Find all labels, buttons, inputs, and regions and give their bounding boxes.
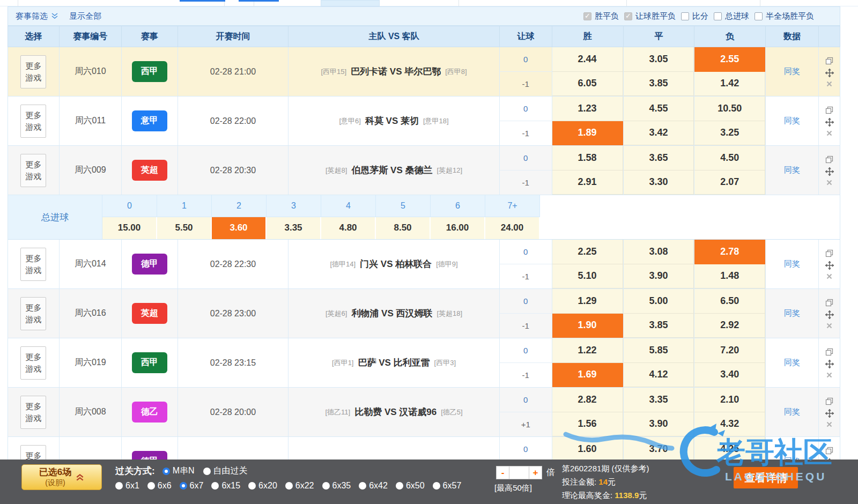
odds-cell[interactable]: 4.55 xyxy=(624,97,694,121)
odds-cell[interactable]: 4.12 xyxy=(624,363,694,388)
close-icon[interactable] xyxy=(826,180,832,186)
filter-checkbox-让球胜平负[interactable]: 让球胜平负 xyxy=(624,11,676,21)
plus-button[interactable]: + xyxy=(529,466,542,479)
checkbox-icon[interactable] xyxy=(714,12,722,20)
odds-cell[interactable]: 4.32 xyxy=(694,412,765,437)
odds-cell[interactable]: 4.50 xyxy=(694,146,765,171)
odds-cell[interactable]: 2.10 xyxy=(694,388,765,412)
radio-icon[interactable] xyxy=(248,482,256,490)
duplicate-icon[interactable] xyxy=(825,299,833,307)
same-prize-link[interactable]: 同奖 xyxy=(784,308,800,318)
duplicate-icon[interactable] xyxy=(825,249,833,257)
odds-cell[interactable]: 5.10 xyxy=(552,264,623,289)
radio-icon[interactable] xyxy=(180,482,187,490)
odds-cell[interactable]: 1.58 xyxy=(552,146,623,171)
same-prize-link[interactable]: 同奖 xyxy=(784,116,800,126)
odds-cell[interactable]: 4.25 xyxy=(694,437,765,462)
goal-odds-cell[interactable]: 3.60 xyxy=(212,217,267,239)
radio-icon[interactable] xyxy=(396,482,403,490)
odds-cell[interactable]: 3.65 xyxy=(624,146,694,171)
checkbox-icon[interactable] xyxy=(624,12,632,20)
active-tab-partial[interactable] xyxy=(321,0,380,6)
radio-icon[interactable] xyxy=(147,482,155,490)
combo-6x35[interactable]: 6x35 xyxy=(322,481,351,491)
radio-icon[interactable] xyxy=(285,482,293,490)
goal-odds-cell[interactable]: 4.80 xyxy=(321,217,376,239)
same-prize-link[interactable]: 同奖 xyxy=(784,66,800,77)
odds-cell[interactable]: 3.30 xyxy=(624,171,694,195)
checkbox-icon[interactable] xyxy=(755,12,763,20)
odds-cell[interactable]: 1.60 xyxy=(552,437,623,462)
pass-mode-自由过关[interactable]: 自由过关 xyxy=(203,465,248,477)
radio-icon[interactable] xyxy=(322,482,330,490)
odds-cell[interactable]: 3.70 xyxy=(624,437,694,462)
odds-cell[interactable]: 3.05 xyxy=(624,47,694,72)
goal-odds-cell[interactable]: 8.50 xyxy=(376,217,431,239)
duplicate-icon[interactable] xyxy=(825,397,833,405)
odds-cell[interactable]: 6.05 xyxy=(552,72,623,97)
duplicate-icon[interactable] xyxy=(825,106,833,114)
duplicate-icon[interactable] xyxy=(825,57,833,65)
odds-cell[interactable]: 3.42 xyxy=(624,121,694,146)
move-icon[interactable] xyxy=(825,69,834,77)
filter-checkbox-胜平负[interactable]: 胜平负 xyxy=(583,11,619,21)
more-games-button[interactable]: 更多游戏 xyxy=(20,154,46,187)
odds-cell[interactable]: 1.48 xyxy=(694,264,765,289)
move-icon[interactable] xyxy=(825,118,834,127)
filter-checkbox-总进球[interactable]: 总进球 xyxy=(714,11,749,21)
more-games-button[interactable]: 更多游戏 xyxy=(20,297,46,330)
more-games-button[interactable]: 更多游戏 xyxy=(20,55,46,88)
odds-cell[interactable]: 3.25 xyxy=(694,121,765,146)
odds-cell[interactable]: 1.23 xyxy=(552,97,623,121)
close-icon[interactable] xyxy=(826,81,832,87)
checkbox-icon[interactable] xyxy=(583,12,591,20)
odds-cell[interactable]: 6.50 xyxy=(694,289,765,314)
radio-icon[interactable] xyxy=(203,468,211,475)
move-icon[interactable] xyxy=(825,409,834,418)
odds-cell[interactable]: 3.85 xyxy=(624,314,694,338)
odds-cell[interactable]: 5.85 xyxy=(624,338,694,363)
odds-cell[interactable]: 2.44 xyxy=(552,47,623,72)
duplicate-icon[interactable] xyxy=(825,348,833,356)
odds-cell[interactable]: 3.85 xyxy=(624,72,694,97)
move-icon[interactable] xyxy=(825,310,834,319)
combo-6x42[interactable]: 6x42 xyxy=(359,481,388,491)
combo-6x6[interactable]: 6x6 xyxy=(147,481,172,491)
selected-matches-button[interactable]: 已选6场 (设胆) xyxy=(21,464,102,490)
goal-odds-cell[interactable]: 3.35 xyxy=(267,217,321,239)
more-games-button[interactable]: 更多游戏 xyxy=(20,346,46,380)
odds-cell[interactable]: 1.89 xyxy=(552,121,623,146)
match-filter-toggle[interactable]: 赛事筛选 xyxy=(8,11,58,21)
goal-odds-cell[interactable]: 5.50 xyxy=(157,217,212,239)
odds-cell[interactable]: 1.29 xyxy=(552,289,623,314)
odds-cell[interactable]: 2.25 xyxy=(552,240,623,264)
radio-icon[interactable] xyxy=(162,468,170,475)
combo-6x57[interactable]: 6x57 xyxy=(433,481,462,491)
odds-cell[interactable]: 3.90 xyxy=(624,264,694,289)
odds-cell[interactable]: 2.91 xyxy=(552,171,623,195)
odds-cell[interactable]: 3.08 xyxy=(624,240,694,264)
combo-6x15[interactable]: 6x15 xyxy=(211,481,240,491)
more-games-button[interactable]: 更多游戏 xyxy=(20,105,46,138)
radio-icon[interactable] xyxy=(433,482,440,490)
show-all-link[interactable]: 显示全部 xyxy=(69,11,101,21)
duplicate-icon[interactable] xyxy=(825,447,833,455)
move-icon[interactable] xyxy=(825,261,834,270)
odds-cell[interactable]: 1.90 xyxy=(552,314,623,338)
more-games-button[interactable]: 更多游戏 xyxy=(20,248,46,281)
close-icon[interactable] xyxy=(826,421,832,427)
odds-cell[interactable]: 1.42 xyxy=(694,72,765,97)
combo-6x50[interactable]: 6x50 xyxy=(396,481,425,491)
goal-odds-cell[interactable]: 16.00 xyxy=(431,217,485,239)
odds-cell[interactable]: 3.40 xyxy=(694,363,765,388)
minus-button[interactable]: - xyxy=(496,466,509,479)
same-prize-link[interactable]: 同奖 xyxy=(784,165,800,175)
radio-icon[interactable] xyxy=(359,482,366,490)
odds-cell[interactable]: 5.00 xyxy=(624,289,694,314)
move-icon[interactable] xyxy=(825,360,834,368)
goal-odds-cell[interactable]: 15.00 xyxy=(102,217,157,239)
move-icon[interactable] xyxy=(825,167,834,176)
close-icon[interactable] xyxy=(826,130,832,136)
pass-mode-M串N[interactable]: M串N xyxy=(162,465,195,477)
odds-cell[interactable]: 2.07 xyxy=(694,171,765,195)
